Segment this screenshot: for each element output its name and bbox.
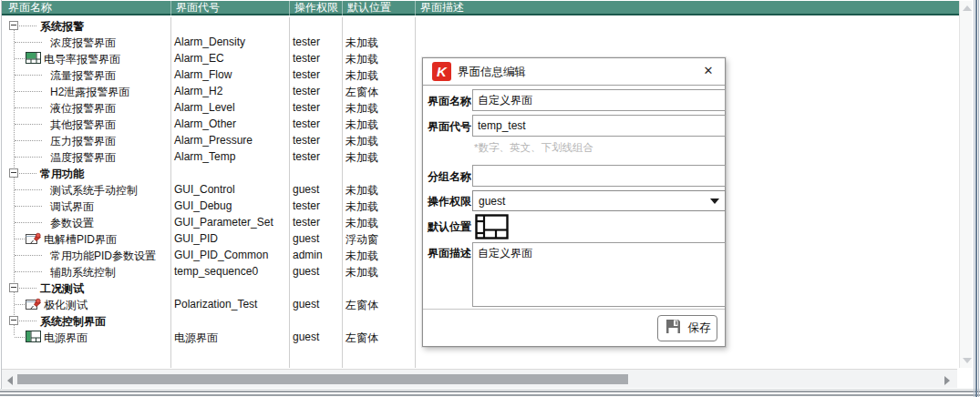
name-field-label: 界面名称: [428, 94, 473, 109]
permission-cell: tester: [293, 216, 320, 229]
pin-window-icon: [26, 232, 42, 245]
dialog-titlebar[interactable]: K 界面信息编辑 ✕: [423, 58, 725, 86]
tree-branch-line: [15, 42, 42, 43]
default-position-cell: 未加载: [346, 101, 378, 117]
window-frame-right: [974, 0, 975, 397]
interface-name-cell: 电解槽PID界面: [44, 232, 117, 248]
permission-cell: tester: [293, 117, 320, 130]
tree-branch-line: [19, 321, 36, 321]
default-position-layout-picker[interactable]: [475, 214, 509, 243]
interface-name-cell: 其他报警界面: [50, 117, 116, 133]
dialog-title: 界面信息编辑: [458, 65, 526, 80]
interface-code-cell: Polarization_Test: [174, 298, 257, 310]
column-header-4[interactable]: 界面描述: [415, 1, 959, 15]
interface-name-cell: 压力报警界面: [50, 134, 116, 149]
permission-cell: guest: [293, 331, 319, 343]
interface-code-cell: Alarm_EC: [174, 52, 224, 65]
permission-cell: tester: [293, 52, 320, 65]
permission-cell: admin: [293, 249, 323, 261]
tree-branch-line: [19, 25, 36, 26]
column-header-0[interactable]: 界面名称: [4, 1, 172, 15]
code-format-hint: *数字、英文、下划线组合: [474, 141, 593, 155]
window-frame-bottom: [0, 394, 980, 396]
group-field-label: 分组名称: [428, 169, 473, 185]
tree-branch-line: [15, 271, 42, 272]
interface-code-cell: Alarm_Other: [174, 117, 236, 130]
chevron-down-icon: [710, 198, 719, 204]
scroll-up-icon[interactable]: [963, 5, 972, 11]
scroll-right-icon[interactable]: [944, 376, 950, 385]
interface-code-cell: temp_sequence0: [174, 265, 258, 278]
default-position-cell: 未加载: [346, 117, 378, 133]
permission-cell: tester: [293, 36, 320, 48]
permission-selected-value: guest: [479, 195, 505, 208]
interface-code-cell: Alarm_Pressure: [174, 134, 253, 147]
column-header-2[interactable]: 操作权限: [289, 1, 342, 15]
vertical-scrollbar[interactable]: [959, 1, 972, 368]
default-position-cell: 未加载: [346, 199, 378, 215]
tree-branch-line: [15, 206, 42, 207]
interface-description-textarea[interactable]: 自定义界面: [472, 242, 726, 307]
pin-window-icon: [26, 298, 42, 310]
tree-collapse-icon[interactable]: [9, 168, 18, 178]
permission-cell: tester: [293, 101, 320, 114]
horizontal-scrollbar-thumb[interactable]: [17, 374, 628, 384]
tree-item-row[interactable]: 浓度报警界面Alarm_Densitytester未加载: [2, 34, 959, 50]
tree-collapse-icon[interactable]: [9, 316, 18, 325]
save-button[interactable]: 保存: [657, 315, 717, 341]
default-position-cell: 未加载: [346, 183, 378, 198]
permission-cell: tester: [293, 134, 320, 147]
permission-cell: tester: [293, 150, 320, 163]
tree-branch-line: [15, 124, 42, 125]
interface-code-cell: Alarm_Density: [174, 36, 245, 48]
save-button-label: 保存: [688, 321, 711, 336]
group-name-input[interactable]: [472, 165, 726, 187]
interface-code-cell: 电源界面: [174, 331, 218, 346]
app-logo-icon: K: [432, 62, 451, 81]
interface-name-cell: 参数设置: [50, 216, 94, 231]
tree-branch-line: [15, 157, 42, 158]
window-left-green-icon: [26, 331, 42, 343]
interface-code-cell: GUI_Control: [174, 183, 235, 196]
scroll-left-icon[interactable]: [7, 376, 13, 385]
interface-name-input[interactable]: [472, 89, 726, 111]
column-header-1[interactable]: 界面代号: [170, 1, 289, 15]
tree-branch-line: [15, 239, 25, 239]
default-position-cell: 左窗体: [346, 331, 378, 346]
interface-name-cell: H2泄露报警界面: [50, 85, 129, 100]
interface-name-cell: 流量报警界面: [50, 68, 116, 84]
close-icon[interactable]: ✕: [700, 63, 717, 79]
permission-cell: tester: [293, 68, 320, 81]
interface-code-cell: GUI_Debug: [174, 199, 232, 212]
default-position-cell: 未加载: [346, 265, 378, 280]
permission-select[interactable]: guest: [472, 190, 726, 211]
scroll-down-icon[interactable]: [963, 358, 972, 363]
tree-branch-line: [19, 288, 36, 289]
group-name-label: 常用功能: [40, 167, 84, 182]
interface-name-cell: 常用功能PID参数设置: [50, 249, 156, 264]
group-name-label: 工况测试: [40, 281, 84, 297]
table-header: 界面名称界面代号操作权限默认位置界面描述: [2, 1, 959, 15]
column-header-3[interactable]: 默认位置: [342, 1, 415, 15]
tree-collapse-icon[interactable]: [9, 283, 18, 292]
permission-cell: tester: [293, 85, 320, 97]
column-divider: [170, 17, 171, 368]
interface-code-cell: GUI_Parameter_Set: [174, 216, 273, 229]
code-field-label: 界面代号: [428, 119, 473, 135]
interface-edit-dialog: K 界面信息编辑 ✕ 界面名称 界面代号 *数字、英文、下划线组合 分组名称 操…: [422, 57, 726, 347]
interface-name-cell: 调试界面: [50, 199, 94, 215]
column-divider: [415, 17, 416, 368]
default-position-cell: 未加载: [346, 36, 378, 51]
window-frame-right: [975, 0, 977, 397]
interface-code-cell: Alarm_Temp: [174, 150, 235, 163]
column-divider: [342, 17, 343, 368]
horizontal-scrollbar[interactable]: [2, 369, 957, 388]
description-field-label: 界面描述: [428, 246, 473, 261]
window-frame-bottom: [0, 389, 980, 390]
default-position-cell: 未加载: [346, 52, 378, 67]
default-position-cell: 左窗体: [346, 298, 378, 313]
tree-group-row[interactable]: 系统报警: [2, 17, 959, 34]
tree-collapse-icon[interactable]: [9, 21, 18, 30]
interface-code-input[interactable]: [472, 115, 726, 137]
interface-code-cell: GUI_PID_Common: [174, 249, 268, 261]
